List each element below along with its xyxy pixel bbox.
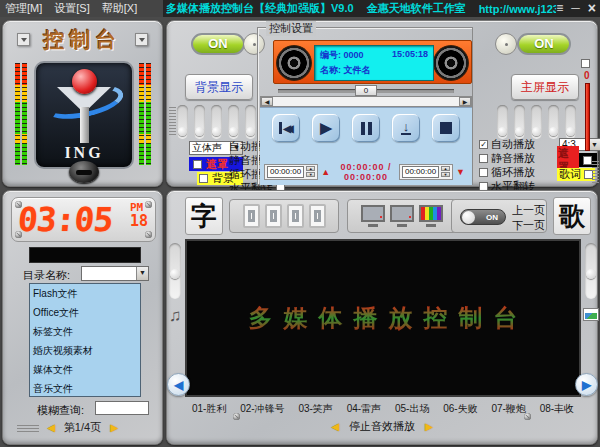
list-item[interactable]: Office文件 — [30, 303, 140, 322]
close-icon[interactable]: × — [588, 0, 596, 17]
counter-digit — [265, 204, 282, 228]
monitor-color-icon[interactable] — [419, 205, 443, 227]
background-checkbox[interactable] — [199, 174, 208, 183]
end-time-spinner[interactable]: 00:00:00 ▲▼ — [399, 164, 453, 180]
right-rail-slider[interactable] — [585, 243, 597, 299]
background-display-button[interactable]: 背景显示 — [185, 74, 253, 100]
main-display-button[interactable]: 主屏显示 — [511, 74, 579, 100]
sound-effect-item[interactable]: 07-鞭炮 — [491, 402, 525, 416]
volume-level-bar[interactable] — [585, 83, 590, 151]
picture-icon[interactable] — [583, 308, 599, 321]
previous-button[interactable]: ◀◀ — [272, 114, 300, 142]
display-power-toggle[interactable]: ON — [460, 209, 506, 225]
slider[interactable] — [531, 105, 542, 139]
list-item[interactable]: 婚庆视频素材 — [30, 341, 140, 360]
monitor-select-group — [347, 199, 457, 233]
next-page-label[interactable]: 下一页 — [512, 218, 545, 233]
counter-digit — [287, 204, 304, 228]
scroll-right-icon[interactable]: ▶ — [459, 97, 471, 106]
sound-effect-item[interactable]: 02-冲锋号 — [240, 402, 284, 416]
left-rail-slider[interactable] — [169, 243, 181, 299]
left-power-toggle[interactable]: ON — [191, 33, 245, 55]
spin-up-icon[interactable]: ▲ — [441, 166, 450, 171]
sound-effect-item[interactable]: 04-雷声 — [347, 402, 381, 416]
spin-up-icon[interactable]: ▲ — [306, 166, 315, 171]
scroll-left-icon[interactable]: ◀ — [261, 97, 273, 106]
logo-ball — [72, 69, 97, 94]
status-strip — [29, 247, 141, 263]
search-input[interactable] — [95, 401, 149, 415]
menu-item[interactable]: 帮助[X] — [102, 1, 137, 16]
list-item[interactable]: 标签文件 — [30, 322, 140, 341]
slider[interactable] — [228, 105, 239, 139]
sound-effect-item[interactable]: 05-出场 — [395, 402, 429, 416]
stop-effect-label: 停止音效播放 — [349, 419, 415, 434]
effect-next-icon[interactable]: ▶ — [425, 421, 433, 432]
window-controls: ≡ ─ × — [556, 0, 596, 17]
minimize-icon[interactable]: ─ — [571, 0, 580, 17]
stop-button[interactable] — [432, 114, 460, 142]
right-slider-bank — [497, 105, 576, 139]
start-marker-icon: ▲ — [321, 167, 330, 177]
screw — [145, 231, 152, 238]
volume-checkbox[interactable] — [581, 59, 590, 68]
music-note-icon[interactable]: ♫ — [169, 306, 182, 326]
led-meter — [139, 63, 144, 165]
sound-effect-item[interactable]: 03-笑声 — [298, 402, 332, 416]
logo-text: ING — [36, 144, 132, 162]
digit-display-group — [229, 199, 339, 233]
right-power-knob[interactable] — [495, 33, 517, 55]
sound-effect-item[interactable]: 01-胜利 — [192, 402, 226, 416]
screw — [524, 413, 531, 420]
option-checkbox[interactable] — [479, 168, 488, 177]
mask-checkbox[interactable] — [193, 160, 202, 169]
effect-prev-icon[interactable]: ◀ — [331, 421, 339, 432]
slider[interactable] — [194, 105, 205, 139]
slider[interactable] — [245, 105, 256, 139]
time-display: 00:00:00 / 00:00:00 — [333, 162, 399, 182]
console-title: 控制台 — [3, 26, 162, 54]
chevron-down-icon: ▼ — [136, 267, 148, 280]
screen-next-button[interactable]: ▶ — [575, 373, 598, 396]
menu-icon[interactable]: ≡ — [556, 0, 563, 17]
page-next-icon[interactable]: ▶ — [110, 422, 118, 433]
directory-dropdown[interactable]: ▼ — [81, 266, 149, 281]
counter-digit — [243, 204, 260, 228]
prev-icon: ◀◀ — [283, 123, 292, 134]
slider[interactable] — [514, 105, 525, 139]
right-power-toggle[interactable]: ON — [517, 33, 571, 55]
slider[interactable] — [211, 105, 222, 139]
directory-panel: 03:05 PM 18 目录名称: ▼ Flash文件Office文件标签文件婚… — [2, 190, 163, 445]
pause-button[interactable] — [352, 114, 380, 142]
slider[interactable] — [565, 105, 576, 139]
play-button[interactable]: ▶ — [312, 114, 340, 142]
slider[interactable] — [177, 105, 188, 139]
prev-bar-icon — [279, 122, 282, 134]
load-button[interactable]: ↓ — [392, 114, 420, 142]
list-item[interactable]: 音乐文件 — [30, 379, 140, 397]
seek-scrollbar[interactable]: ◀ ▶ — [260, 96, 472, 107]
console-knob[interactable] — [69, 161, 99, 183]
option-checkbox[interactable]: ✓ — [479, 140, 488, 149]
sound-effect-item[interactable]: 06-失败 — [443, 402, 477, 416]
list-item[interactable]: 媒体文件 — [30, 360, 140, 379]
start-time-spinner[interactable]: 00:00:00 ▲▼ — [264, 164, 318, 180]
screen-prev-button[interactable]: ◀ — [167, 373, 190, 396]
menu-item[interactable]: 设置[S] — [54, 1, 89, 16]
option-checkbox[interactable] — [479, 154, 488, 163]
menu-item[interactable]: 管理[M] — [5, 1, 42, 16]
monitor-1-icon[interactable] — [361, 205, 385, 227]
slider[interactable] — [548, 105, 559, 139]
lcd-display: 编号: 0000 15:05:18 名称: 文件名 — [314, 45, 434, 81]
progress-thumb[interactable]: 0 — [355, 85, 377, 96]
spin-down-icon[interactable]: ▼ — [441, 172, 450, 177]
spin-down-icon[interactable]: ▼ — [306, 172, 315, 177]
list-item[interactable]: Flash文件 — [30, 284, 140, 303]
page-prev-icon[interactable]: ◀ — [47, 422, 55, 433]
left-arrow-icon: ◀ — [174, 378, 183, 392]
monitor-2-icon[interactable] — [390, 205, 414, 227]
sound-effect-item[interactable]: 08-丰收 — [540, 402, 574, 416]
prev-page-label[interactable]: 上一页 — [512, 203, 545, 218]
window-title: 多媒体播放控制台【经典加强版】V9.0 金惠天地软件工作室 http://www… — [166, 0, 556, 17]
slider[interactable] — [497, 105, 508, 139]
